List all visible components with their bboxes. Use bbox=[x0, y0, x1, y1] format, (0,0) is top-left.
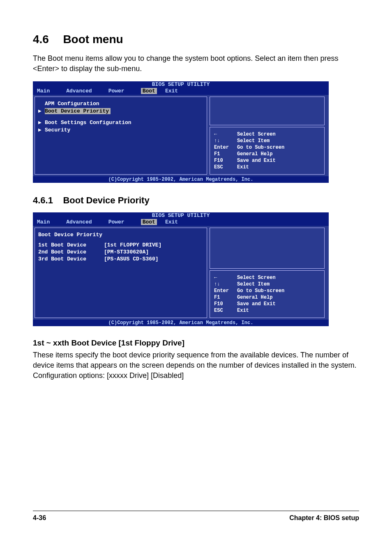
bios-screenshot-boot-menu: BIOS SETUP UTILITY Main Advanced Power B… bbox=[33, 81, 329, 183]
option-description: These items specify the boot device prio… bbox=[33, 350, 359, 371]
bios-key-legend: ←Select Screen ↑↓Select Item EnterGo to … bbox=[210, 127, 325, 175]
menu-apm-configuration[interactable]: APM Configuration bbox=[38, 100, 203, 107]
bios-title: BIOS SETUP UTILITY bbox=[33, 212, 329, 219]
configuration-options: Configuration options: [xxxxx Drive] [Di… bbox=[33, 371, 359, 381]
chapter-label: Chapter 4: BIOS setup bbox=[289, 514, 359, 522]
bios-menu-panel: Boot Device Priority 1st Boot Device [1s… bbox=[35, 228, 207, 318]
intro-paragraph: The Boot menu items allow you to change … bbox=[33, 53, 359, 74]
up-down-arrow-icon: ↑↓ bbox=[213, 281, 235, 287]
page-footer: 4-36 Chapter 4: BIOS setup bbox=[33, 511, 359, 522]
section-number: 4.6 bbox=[33, 33, 49, 46]
left-arrow-icon: ← bbox=[213, 131, 235, 137]
first-boot-device[interactable]: 1st Boot Device [1st FLOPPY DRIVE] bbox=[38, 242, 203, 249]
tab-boot[interactable]: Boot bbox=[141, 219, 157, 225]
menu-boot-device-priority[interactable]: ▶Boot Device Priority bbox=[38, 107, 203, 115]
third-boot-device[interactable]: 3rd Boot Device [PS-ASUS CD-S360] bbox=[38, 256, 203, 263]
section-title: Boot menu bbox=[63, 33, 123, 46]
subsection-title: Boot Device Priority bbox=[63, 195, 149, 206]
left-arrow-icon: ← bbox=[213, 275, 235, 281]
subsection-number: 4.6.1 bbox=[33, 195, 53, 206]
tab-exit[interactable]: Exit bbox=[165, 88, 184, 94]
submenu-arrow-icon: ▶ bbox=[38, 119, 45, 126]
tab-boot[interactable]: Boot bbox=[141, 88, 157, 94]
tab-advanced[interactable]: Advanced bbox=[66, 219, 98, 225]
tab-power[interactable]: Power bbox=[108, 219, 131, 225]
bios-tab-bar: Main Advanced Power Boot Exit bbox=[33, 219, 329, 226]
bios-menu-panel: APM Configuration ▶Boot Device Priority … bbox=[35, 97, 207, 175]
bios-screenshot-boot-priority: BIOS SETUP UTILITY Main Advanced Power B… bbox=[33, 212, 329, 326]
menu-boot-settings-configuration[interactable]: ▶Boot Settings Configuration bbox=[38, 119, 203, 126]
bios-help-upper bbox=[210, 97, 325, 125]
up-down-arrow-icon: ↑↓ bbox=[213, 138, 235, 144]
option-heading: 1st ~ xxth Boot Device [1st Floppy Drive… bbox=[33, 339, 359, 348]
bios-help-upper bbox=[210, 228, 325, 269]
tab-main[interactable]: Main bbox=[37, 88, 56, 94]
section-heading: 4.6 Boot menu bbox=[33, 33, 359, 46]
tab-exit[interactable]: Exit bbox=[165, 219, 184, 225]
tab-main[interactable]: Main bbox=[37, 219, 56, 225]
bios-title: BIOS SETUP UTILITY bbox=[33, 81, 329, 88]
menu-security[interactable]: ▶Security bbox=[38, 126, 203, 134]
page-number: 4-36 bbox=[33, 514, 46, 522]
tab-advanced[interactable]: Advanced bbox=[66, 88, 98, 94]
bios-copyright: (C)Copyright 1985-2002, American Megatre… bbox=[33, 176, 329, 183]
subsection-heading: 4.6.1 Boot Device Priority bbox=[33, 195, 359, 206]
submenu-arrow-icon: ▶ bbox=[38, 108, 45, 114]
submenu-arrow-icon: ▶ bbox=[38, 127, 45, 133]
bios-tab-bar: Main Advanced Power Boot Exit bbox=[33, 88, 329, 95]
panel-header: Boot Device Priority bbox=[38, 231, 203, 238]
tab-power[interactable]: Power bbox=[108, 88, 131, 94]
bios-copyright: (C)Copyright 1985-2002, American Megatre… bbox=[33, 320, 329, 326]
bios-key-legend: ←Select Screen ↑↓Select Item EnterGo to … bbox=[210, 270, 325, 318]
second-boot-device[interactable]: 2nd Boot Device [PM-ST330620A] bbox=[38, 249, 203, 256]
